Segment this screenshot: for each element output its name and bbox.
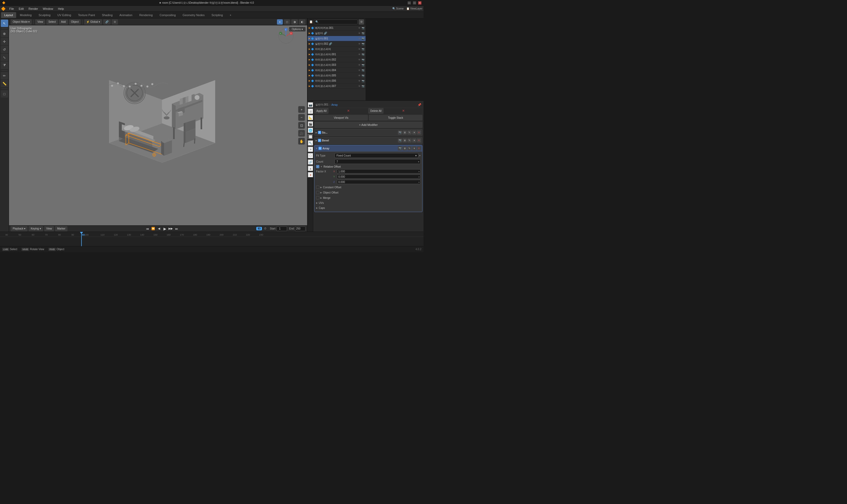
viewport-vis-button[interactable]: Viewport Vis	[314, 115, 368, 121]
item-vis-render[interactable]: 📷	[361, 58, 365, 61]
go-start-button[interactable]: ⏮	[145, 226, 150, 231]
item-vis-render[interactable]: 📷	[361, 27, 365, 29]
tab-modeling[interactable]: Modeling	[17, 12, 35, 18]
tab-rendering[interactable]: Rendering	[136, 12, 156, 18]
props-modifier-icon[interactable]: 🔧	[307, 140, 314, 146]
tool-annotate[interactable]: ✏	[1, 72, 8, 79]
outliner-item-selected[interactable]: ▶ 🔷 실린더.001 👁 📷	[307, 36, 366, 41]
props-scene-icon[interactable]: 🎬	[307, 121, 314, 127]
frame-end-input[interactable]	[295, 226, 305, 231]
merge-header[interactable]: ▶ Merge	[316, 195, 421, 200]
tab-geometry-nodes[interactable]: Geometry Nodes	[179, 12, 208, 18]
item-vis-eye[interactable]: 👁	[358, 69, 361, 72]
playback-button[interactable]: Playback ▾	[11, 226, 28, 231]
outliner-item[interactable]: ▶ 🔷 실린더.002 🔗 👁 📷	[307, 41, 366, 47]
modifier-bevel-header[interactable]: ▶ B Bevel 📷 🖥 ✎ ▾ ✕	[315, 137, 422, 144]
constant-offset-header[interactable]: ▶ Constant Offset	[316, 185, 421, 190]
viewport-shading-rendered[interactable]: ◑	[291, 19, 298, 24]
play-button[interactable]: ▶	[162, 226, 167, 231]
mod-array-dropdown[interactable]: ▾	[412, 146, 416, 150]
props-material-icon[interactable]: ●	[307, 172, 314, 178]
timeline-ruler-area[interactable]: 40 50 60 70 80 90 93 100 110 120 130 140…	[0, 232, 423, 246]
mod-solidify-viewport[interactable]: 🖥	[403, 130, 407, 134]
merge-checkbox-unchecked[interactable]	[316, 196, 319, 199]
outliner-item[interactable]: ▶ 🔷 아이코스피어.005 👁 📷	[307, 73, 366, 78]
outliner-item[interactable]: ▶ 🔷 아이코스피어.004 👁 📷	[307, 68, 366, 73]
tab-add[interactable]: +	[226, 12, 234, 18]
count-value-field[interactable]: 7 ●	[335, 159, 421, 164]
tab-compositing[interactable]: Compositing	[156, 12, 179, 18]
mod-array-render[interactable]: 📷	[398, 146, 402, 150]
outliner-item[interactable]: ▶ 🔷 아이코스피어.002 👁 📷	[307, 57, 366, 62]
outliner-item[interactable]: ▶ 🔷 베지어커브.001 👁 📷	[307, 25, 366, 31]
factor-x-field[interactable]: 1.000 ●	[337, 169, 421, 174]
maximize-button[interactable]: □	[413, 1, 416, 4]
menu-help[interactable]: Help	[56, 6, 66, 11]
item-vis-render[interactable]: 📷	[361, 37, 365, 40]
tool-select[interactable]: ↖	[1, 20, 8, 27]
add-modifier-button[interactable]: + Add Modifier	[314, 122, 422, 128]
uvs-header[interactable]: ▶ UVs	[316, 201, 421, 205]
item-vis-render[interactable]: 📷	[361, 64, 365, 66]
factor-z-field[interactable]: 0.000 ●	[337, 180, 421, 184]
outliner-item[interactable]: ▶ 🔷 아이코스피어 👁 📷	[307, 47, 366, 52]
modifier-array-header[interactable]: ▼ ⊞ Array 📷 🖥 ✎ ▾ ✕	[315, 145, 422, 151]
fit-type-dropdown[interactable]: Fixed Count ▾	[335, 153, 419, 158]
zoom-in-button[interactable]: +	[298, 106, 305, 113]
mod-solidify-edit[interactable]: ✎	[407, 130, 411, 134]
frame-start-input[interactable]	[277, 226, 287, 231]
object-offset-header[interactable]: ▶ Object Offset	[316, 190, 421, 195]
mod-array-close[interactable]: ✕	[417, 146, 421, 150]
relative-offset-label[interactable]: Relative Offset	[323, 165, 341, 168]
menu-file[interactable]: File	[7, 6, 16, 11]
item-vis-eye[interactable]: 👁	[358, 37, 361, 40]
menu-edit[interactable]: Edit	[17, 6, 26, 11]
keying-button[interactable]: Keying ▾	[29, 226, 43, 231]
item-vis-render[interactable]: 📷	[361, 79, 365, 82]
add-button[interactable]: Add	[59, 19, 68, 24]
tool-add-cube[interactable]: □	[1, 90, 8, 97]
props-view-layer-icon[interactable]: 📐	[307, 115, 314, 121]
viewport-shading-wireframe[interactable]: ◻	[284, 19, 290, 24]
fit-type-dot[interactable]: ●	[419, 154, 421, 157]
viewport-shading-material[interactable]: ◐	[299, 19, 305, 24]
item-vis-render[interactable]: 📷	[361, 85, 365, 88]
item-vis-eye[interactable]: 👁	[358, 27, 361, 29]
mod-solidify-close[interactable]: ✕	[417, 130, 421, 134]
outliner-search-input[interactable]	[314, 20, 358, 24]
constant-offset-checkbox-unchecked[interactable]	[316, 186, 319, 189]
props-object-icon[interactable]: ⬜	[307, 134, 314, 140]
outliner-filter-button[interactable]: ⚙	[359, 19, 364, 24]
jump-back-button[interactable]: ⏪	[151, 226, 156, 231]
item-vis-eye[interactable]: 👁	[358, 74, 361, 77]
tool-measure[interactable]: 📏	[1, 80, 8, 87]
frame-back-button[interactable]: ◀	[157, 226, 161, 231]
view-button[interactable]: View	[35, 19, 45, 24]
tool-rotate[interactable]: ↺	[1, 46, 8, 53]
outliner-item[interactable]: ▶ 🔷 아이코스피어.006 👁 📷	[307, 78, 366, 84]
modifier-solidify-header[interactable]: ▶ Ⅱ So... 📷 🖥 ✎ ▾ ✕	[315, 129, 422, 136]
item-vis-render[interactable]: 📷	[361, 53, 365, 56]
outliner-item[interactable]: ▶ 🔷 아이코스피어.001 👁 📷	[307, 52, 366, 57]
zoom-out-button[interactable]: −	[298, 114, 305, 121]
viewport-shading-solid[interactable]: ●	[277, 19, 283, 24]
tool-scale[interactable]: ⤡	[1, 54, 8, 61]
item-vis-eye[interactable]: 👁	[358, 64, 361, 66]
object-offset-checkbox-unchecked[interactable]	[316, 191, 319, 194]
menu-render[interactable]: Render	[27, 6, 40, 11]
timeline-view-button[interactable]: View	[44, 226, 54, 231]
breadcrumb-pin-button[interactable]: 📌	[418, 103, 421, 107]
item-vis-eye[interactable]: 👁	[358, 42, 361, 45]
props-render-icon[interactable]: 📷	[307, 102, 314, 108]
tool-move[interactable]: ✛	[1, 38, 8, 45]
item-vis-render[interactable]: 📷	[361, 42, 365, 45]
hand-pan-button[interactable]: ✋	[298, 138, 305, 145]
item-vis-render[interactable]: 📷	[361, 32, 365, 35]
tab-texture-paint[interactable]: Texture Paint	[75, 12, 98, 18]
zoom-to-fit-button[interactable]: ⊡	[298, 122, 305, 129]
close-button[interactable]: ✕	[418, 1, 421, 4]
props-constraints-icon[interactable]: 🔗	[307, 159, 314, 165]
outliner-item[interactable]: ▶ 🔷 아이코스피어.007 👁 📷	[307, 84, 366, 89]
object-mode-button[interactable]: Object Mode ▾	[11, 19, 32, 24]
props-world-icon[interactable]: 🌐	[307, 127, 314, 133]
